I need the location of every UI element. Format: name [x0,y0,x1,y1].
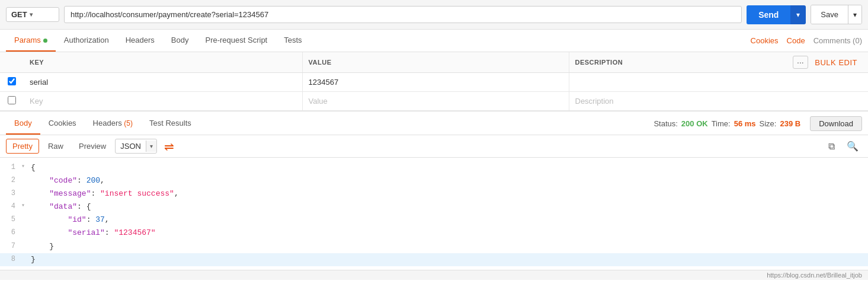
row1-checkbox[interactable] [8,77,16,85]
cookies-link[interactable]: Cookies [751,36,779,45]
format-label: JSON [116,139,146,153]
tab-authorization[interactable]: Authorization [56,30,117,52]
code-line-8: 8} [0,253,868,266]
params-table: KEY VALUE DESCRIPTION ··· Bulk Edit seri… [0,52,868,111]
search-icon[interactable]: 🔍 [843,139,862,154]
row2-checkbox[interactable] [8,96,16,104]
method-label: GET [11,10,27,19]
time-label: Time: [712,119,731,128]
view-pretty-btn[interactable]: Pretty [6,139,39,154]
tab-headers[interactable]: Headers [117,30,163,52]
resp-tab-body[interactable]: Body [6,113,40,135]
time-value: 56 ms [734,119,756,128]
bulk-edit-btn[interactable]: Bulk Edit [810,58,862,67]
headers-badge: (5) [124,119,133,127]
code-line-4: 4▾ "data": { [0,200,868,213]
copy-icon[interactable]: ⧉ [825,139,838,154]
send-dropdown[interactable]: ▾ [790,5,806,24]
view-raw-btn[interactable]: Raw [41,139,70,154]
format-select[interactable]: JSON ▾ [115,139,157,154]
col-desc: DESCRIPTION [569,52,696,73]
top-bar: GET ▾ Send ▾ Save ▾ [0,0,868,30]
wrap-icon[interactable]: ⇌ [159,139,179,154]
save-dropdown-btn[interactable]: ▾ [848,5,861,24]
send-btn-group: Send ▾ [747,5,806,24]
method-chevron: ▾ [30,11,33,18]
row1-value: 1234567 [302,73,569,92]
table-row: serial 1234567 [0,73,868,92]
toolbar-right: ⧉ 🔍 [825,139,862,154]
row1-desc [569,73,696,92]
format-chevron: ▾ [146,141,156,152]
response-meta: Status: 200 OK Time: 56 ms Size: 239 B D… [654,116,862,131]
tab-body[interactable]: Body [163,30,197,52]
save-btn-group: Save ▾ [811,5,862,24]
row2-key: Key [24,92,302,111]
code-line-3: 3 "message": "insert success", [0,187,868,200]
code-area: 1▾{2 "code": 200,3 "message": "insert su… [0,158,868,270]
params-dot [43,39,47,43]
send-button[interactable]: Send [747,5,790,24]
response-tabs-row: Body Cookies Headers (5) Test Results St… [0,113,868,135]
response-tabs-left: Body Cookies Headers (5) Test Results [6,113,200,135]
code-line-5: 5 "id": 37, [0,213,868,227]
comments-link[interactable]: Comments (0) [813,36,862,45]
status-url: https://blog.csdn.net/Brilleal_itjob [767,272,862,279]
method-select[interactable]: GET ▾ [6,7,59,22]
col-actions: ··· Bulk Edit [696,52,868,73]
code-line-2: 2 "code": 200, [0,174,868,187]
col-check [0,52,24,73]
row2-desc: Description [569,92,696,111]
row2-check-cell [0,92,24,111]
save-button[interactable]: Save [811,5,848,24]
url-input[interactable] [64,6,742,23]
view-preview-btn[interactable]: Preview [72,139,113,154]
size-value: 239 B [780,119,800,128]
resp-tab-cookies[interactable]: Cookies [40,113,85,135]
request-tabs-row: Params Authorization Headers Body Pre-re… [0,30,868,52]
row1-check-cell [0,73,24,92]
tab-tests[interactable]: Tests [276,30,310,52]
code-line-6: 6 "serial": "1234567" [0,227,868,240]
row2-value: Value [302,92,569,111]
status-label: Status: [654,119,677,128]
params-section: KEY VALUE DESCRIPTION ··· Bulk Edit seri… [0,52,868,111]
code-line-7: 7 } [0,240,868,253]
col-value: VALUE [302,52,569,73]
resp-tab-test-results[interactable]: Test Results [141,113,200,135]
size-label: Size: [760,119,777,128]
resp-tab-headers[interactable]: Headers (5) [85,113,141,135]
more-button[interactable]: ··· [793,56,808,69]
code-link[interactable]: Code [787,36,805,45]
tab-prerequest[interactable]: Pre-request Script [197,30,276,52]
request-tabs-left: Params Authorization Headers Body Pre-re… [6,30,310,52]
status-value: 200 OK [681,119,708,128]
request-tabs-right: Cookies Code Comments (0) [751,36,862,45]
col-key: KEY [24,52,302,73]
status-bar: https://blog.csdn.net/Brilleal_itjob [0,270,868,280]
row1-key: serial [24,73,302,92]
code-line-1: 1▾{ [0,161,868,174]
response-toolbar: Pretty Raw Preview JSON ▾ ⇌ ⧉ 🔍 [0,135,868,158]
tab-params[interactable]: Params [6,30,56,52]
table-row: Key Value Description [0,92,868,111]
download-button[interactable]: Download [810,116,862,131]
